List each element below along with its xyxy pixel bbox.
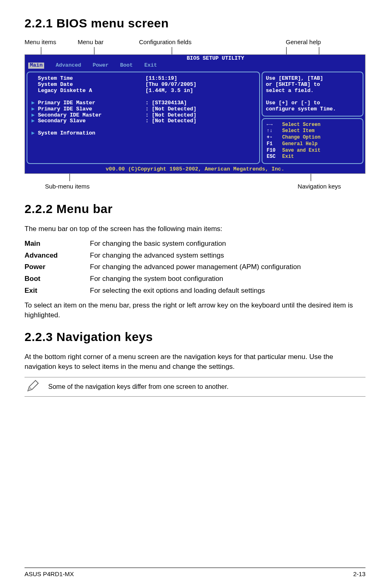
bios-body: System Time System Date Legacy Diskette … [25,70,365,166]
note-box: Some of the navigation keys differ from … [25,377,365,397]
bios-row-label[interactable]: Legacy Diskette A [31,88,141,94]
label-config-fields: Configuration fields [139,38,241,45]
bios-menubar: Main Advanced Power Boot Exit [25,63,365,70]
bios-nav-row: ↑↓Select Item [267,128,359,134]
diagram-top-labels: Menu items Menu bar Configuration fields… [25,38,365,45]
bios-tab-boot[interactable]: Boot [120,63,133,69]
section-223-para: At the bottom right corner of a menu scr… [25,352,365,372]
menu-desc-row: AdvancedFor changing the advanced system… [25,251,365,261]
bios-row-label[interactable]: ▶ Primary IDE Slave [31,106,141,112]
heading-221: 2.2.1 BIOS menu screen [25,16,365,30]
bios-row-label[interactable]: ▶ System Information [31,130,141,137]
menu-desc-row: MainFor changing the basic system config… [25,239,365,249]
bios-row-label[interactable] [31,124,141,130]
bios-row-label[interactable] [31,94,141,100]
bios-field-values: [11:51:19][Thu 09/07/2005][1.44M, 3.5 in… [146,76,256,160]
bios-left-pane: System Time System Date Legacy Diskette … [27,72,260,164]
label-menu-items: Menu items [25,38,78,45]
bios-row-value[interactable]: : [Not Detected] [146,106,256,112]
menu-bar-table: MainFor changing the basic system config… [25,239,365,296]
callout-lines-bottom [25,174,365,181]
footer-page-number: 2-13 [353,570,365,577]
bios-row-label[interactable]: ▶ Secondary IDE Master [31,112,141,119]
section-222-intro: The menu bar on top of the screen has th… [25,224,365,234]
label-navigation-keys: Navigation keys [106,183,365,190]
menu-desc-row: BootFor changing the system boot configu… [25,274,365,284]
bios-row-label[interactable]: ▶ Primary IDE Master [31,100,141,106]
bios-row-label[interactable]: System Time [31,76,141,82]
bios-tab-main[interactable]: Main [28,63,44,69]
heading-223: 2.2.3 Navigation keys [25,330,365,344]
bios-help-text: Use [ENTER], [TAB] or [SHIFT-TAB] to sel… [262,72,363,117]
bios-nav-row: ←→Select Screen [267,122,359,128]
heading-222: 2.2.2 Menu bar [25,202,365,216]
bios-nav-row: +-Change Option [267,135,359,141]
bios-row-value[interactable]: : [ST320413A] [146,100,256,106]
bios-row-value[interactable] [146,124,256,130]
bios-nav-row: F10Save and Exit [267,148,359,154]
pencil-icon [25,379,41,395]
menu-desc-row: ExitFor selecting the exit options and l… [25,286,365,296]
bios-field-labels: System Time System Date Legacy Diskette … [31,76,141,160]
bios-row-value[interactable]: [Thu 09/07/2005] [146,82,256,88]
label-submenu-items: Sub-menu items [25,183,106,190]
bios-row-value[interactable]: : [Not Detected] [146,118,256,124]
bios-tab-power[interactable]: Power [93,63,109,69]
page-footer: ASUS P4RD1-MX 2-13 [25,568,365,577]
callout-lines-top [25,47,365,54]
bios-nav-row: ESCExit [267,154,359,160]
bios-copyright: v00.00 (C)Copyright 1985-2002, American … [25,166,365,173]
bios-nav-row: F1General Help [267,141,359,147]
bios-row-label[interactable]: ▶ Secondary Slave [31,118,141,124]
footer-product: ASUS P4RD1-MX [25,570,74,577]
bios-row-value[interactable] [146,94,256,100]
bios-tab-advanced[interactable]: Advanced [56,63,81,69]
bios-row-label[interactable]: System Date [31,82,141,88]
label-general-help: General help [241,38,365,45]
bios-row-value[interactable]: : [Not Detected] [146,112,256,119]
bios-row-value[interactable]: [11:51:19] [146,76,256,82]
section-222-outro: To select an item on the menu bar, press… [25,301,365,320]
diagram-bottom-labels: Sub-menu items Navigation keys [25,183,365,190]
bios-screenshot: BIOS SETUP UTILITY Main Advanced Power B… [25,54,365,174]
bios-title-bar: BIOS SETUP UTILITY [25,55,365,63]
bios-nav-keys: ←→Select Screen↑↓Select Item+-Change Opt… [262,118,363,164]
bios-row-value[interactable] [146,130,256,137]
bios-right-pane: Use [ENTER], [TAB] or [SHIFT-TAB] to sel… [262,72,363,164]
bios-title: BIOS SETUP UTILITY [150,56,281,62]
label-menu-bar: Menu bar [78,38,139,45]
menu-desc-row: PowerFor changing the advanced power man… [25,262,365,272]
note-text: Some of the navigation keys differ from … [48,383,229,391]
bios-tab-exit[interactable]: Exit [144,63,157,69]
bios-row-value[interactable]: [1.44M, 3.5 in] [146,88,256,94]
